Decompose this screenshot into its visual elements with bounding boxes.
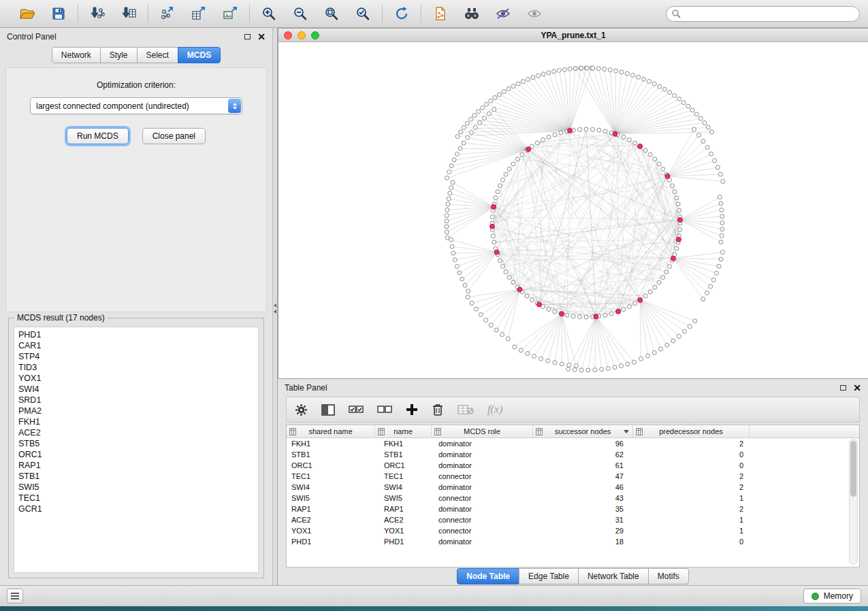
mcds-result-item[interactable]: ORC1 [14, 449, 258, 460]
import-table-button[interactable] [118, 3, 140, 24]
mcds-result-item[interactable]: PHD1 [14, 329, 258, 340]
table-cell[interactable]: RAP1 [375, 505, 432, 513]
table-cell[interactable]: STB1 [287, 450, 375, 459]
close-window-icon[interactable] [284, 31, 292, 39]
zoom-fit-button[interactable] [321, 3, 342, 24]
column-header-predecessor-nodes[interactable]: predecessor nodes [633, 425, 750, 437]
table-cell[interactable]: ACE2 [287, 516, 375, 524]
table-cell[interactable]: 0 [633, 538, 750, 546]
table-cell[interactable]: TEC1 [287, 472, 375, 480]
table-cell[interactable]: SWI5 [287, 494, 375, 502]
table-cell[interactable]: PHD1 [287, 538, 375, 546]
table-cell[interactable]: 18 [533, 538, 633, 546]
minimize-window-icon[interactable] [298, 31, 306, 39]
mcds-result-item[interactable]: GCR1 [14, 503, 258, 514]
table-cell[interactable]: STB1 [375, 450, 432, 459]
table-cell[interactable]: 62 [533, 450, 633, 459]
document-export-button[interactable] [430, 3, 451, 24]
table-cell[interactable]: 2 [633, 472, 750, 480]
table-cell[interactable]: 2 [633, 440, 750, 448]
float-panel-icon[interactable] [244, 34, 251, 39]
table-cell[interactable]: 29 [533, 527, 633, 535]
table-cell[interactable]: FKH1 [375, 440, 432, 448]
table-cell[interactable]: dominator [432, 505, 533, 513]
function-builder-button[interactable]: f(x) [487, 400, 502, 419]
table-cell[interactable]: RAP1 [287, 505, 375, 513]
table-cell[interactable]: 1 [633, 494, 750, 502]
open-session-button[interactable] [16, 3, 38, 24]
table-cell[interactable]: connector [432, 527, 533, 535]
tab-style[interactable]: Style [100, 47, 138, 63]
table-cell[interactable]: SWI4 [287, 483, 375, 491]
maximize-window-icon[interactable] [311, 31, 319, 39]
splitter-collapse-icon[interactable] [274, 303, 276, 314]
search-input[interactable] [666, 6, 860, 22]
mcds-result-item[interactable]: TID3 [14, 362, 258, 373]
tab-motifs[interactable]: Motifs [648, 568, 689, 584]
mcds-result-item[interactable]: SRD1 [14, 395, 258, 406]
network-graph[interactable] [278, 42, 867, 379]
table-cell[interactable]: dominator [432, 538, 533, 546]
table-cell[interactable]: 31 [533, 516, 633, 524]
table-row[interactable]: STB1STB1dominator620 [287, 449, 859, 460]
table-cell[interactable]: ACE2 [375, 516, 432, 524]
table-cell[interactable]: 61 [533, 461, 633, 469]
close-panel-icon[interactable]: ✕ [257, 33, 266, 40]
table-cell[interactable]: 35 [533, 505, 633, 513]
tab-network[interactable]: Network [52, 47, 101, 63]
float-table-panel-icon[interactable] [840, 385, 846, 391]
table-cell[interactable]: SWI5 [375, 494, 432, 502]
table-cell[interactable]: 2 [633, 483, 750, 491]
table-cell[interactable]: connector [432, 494, 533, 502]
tab-select[interactable]: Select [137, 47, 178, 63]
binoculars-button[interactable] [461, 3, 483, 24]
export-table-button[interactable] [188, 3, 210, 24]
export-image-button[interactable] [219, 3, 241, 24]
table-cell[interactable]: 1 [633, 516, 750, 524]
table-cell[interactable]: 47 [533, 472, 633, 480]
tab-edge-table[interactable]: Edge Table [519, 568, 579, 584]
table-row[interactable]: ACE2ACE2connector311 [287, 514, 859, 525]
mcds-result-item[interactable]: PMA2 [14, 406, 258, 416]
mcds-result-item[interactable]: SWI5 [14, 482, 258, 493]
save-session-button[interactable] [48, 3, 69, 24]
table-cell[interactable]: 43 [533, 494, 633, 502]
table-cell[interactable]: ORC1 [375, 461, 432, 469]
column-header-successor-nodes[interactable]: successor nodes [533, 425, 633, 437]
column-header-name[interactable]: name [375, 425, 432, 437]
memory-button[interactable]: Memory [803, 589, 861, 604]
close-table-panel-icon[interactable]: ✕ [853, 384, 861, 391]
close-panel-button[interactable]: Close panel [142, 128, 206, 144]
zoom-in-button[interactable] [258, 3, 280, 24]
clear-table-button[interactable] [457, 400, 474, 419]
column-header-MCDS-role[interactable]: MCDS role [432, 425, 533, 437]
run-mcds-button[interactable]: Run MCDS [67, 128, 129, 144]
column-header-shared-name[interactable]: shared name [287, 425, 375, 437]
table-cell[interactable]: 46 [533, 483, 633, 491]
zoom-selected-button[interactable] [352, 3, 374, 24]
table-cell[interactable]: YOX1 [375, 527, 432, 535]
task-history-button[interactable] [7, 589, 23, 604]
table-row[interactable]: YOX1YOX1connector291 [287, 525, 859, 536]
tab-network-table[interactable]: Network Table [578, 568, 649, 584]
table-cell[interactable]: dominator [432, 483, 533, 491]
refresh-button[interactable] [391, 3, 413, 24]
mcds-result-item[interactable]: SWI4 [14, 384, 258, 395]
table-cell[interactable]: PHD1 [375, 538, 432, 546]
mcds-result-item[interactable]: ACE2 [14, 427, 258, 438]
add-column-button[interactable] [406, 400, 418, 419]
network-canvas[interactable] [278, 42, 868, 378]
mcds-result-item[interactable]: FKH1 [14, 416, 258, 427]
table-cell[interactable]: ORC1 [287, 461, 375, 469]
table-row[interactable]: ORC1ORC1dominator610 [287, 460, 859, 471]
table-row[interactable]: RAP1RAP1dominator352 [287, 503, 859, 514]
mcds-result-item[interactable]: STP4 [14, 351, 258, 362]
deselect-all-button[interactable] [377, 400, 392, 419]
mcds-result-item[interactable]: STB5 [14, 438, 258, 449]
import-network-button[interactable] [86, 3, 108, 24]
table-cell[interactable]: connector [432, 516, 533, 524]
table-cell[interactable]: SWI4 [375, 483, 432, 491]
export-network-button[interactable] [157, 3, 178, 24]
hide-graphics-button[interactable] [492, 3, 514, 24]
table-cell[interactable]: dominator [432, 440, 533, 448]
